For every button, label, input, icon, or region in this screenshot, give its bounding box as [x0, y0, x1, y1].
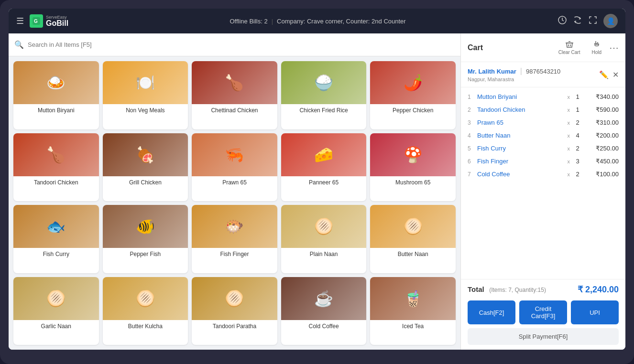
food-item-card[interactable]: 🫓Butter Naan — [370, 205, 456, 273]
cart-item-name[interactable]: Fish Finger — [477, 158, 565, 165]
food-item-name: Fish Finger — [192, 248, 277, 260]
food-item-card[interactable]: 🧀Panneer 65 — [281, 133, 367, 202]
header-center-info: Offline Bills: 2 | Company: Crave corner… — [84, 18, 552, 25]
food-item-image: 🫓 — [103, 277, 188, 320]
cart-item-row: 3 Prawn 65 x 2 ₹310.00 — [461, 116, 625, 129]
laptop-frame: ☰ G ServeEasy GoBill Offline Bills: 2 | … — [0, 0, 634, 364]
food-item-card[interactable]: 🍛Mutton Biryani — [13, 61, 99, 129]
clear-cart-button[interactable]: Clear Cart — [555, 38, 584, 57]
customer-info: Mr. Lalith Kumar | 9876543210 Nagpur, Ma… — [461, 62, 625, 87]
food-item-image: 🍛 — [13, 61, 99, 104]
cart-item-price: ₹590.00 — [585, 106, 619, 113]
cart-item-name[interactable]: Fish Curry — [477, 145, 565, 152]
cart-item-name[interactable]: Prawn 65 — [477, 119, 565, 126]
customer-info-left: Mr. Lalith Kumar | 9876543210 Nagpur, Ma… — [468, 67, 595, 82]
cart-item-row: 5 Fish Curry x 2 ₹250.00 — [461, 142, 625, 155]
cart-item-price: ₹310.00 — [585, 119, 619, 126]
search-icon: 🔍 — [14, 40, 24, 49]
food-item-image: 🧀 — [281, 133, 367, 176]
cart-item-x: x — [568, 133, 570, 139]
food-item-image: 🐡 — [192, 205, 277, 248]
food-item-name: Tandoori Paratha — [192, 320, 277, 332]
refresh-icon-button[interactable] — [573, 15, 582, 27]
hold-button[interactable]: Hold — [588, 38, 605, 57]
food-item-card[interactable]: 🐟Fish Curry — [13, 205, 99, 273]
food-item-card[interactable]: 🍗Tandoori Chicken — [13, 133, 99, 202]
food-item-image: 🌶️ — [370, 61, 456, 104]
card-payment-button[interactable]: Credit Card[F3] — [519, 300, 567, 324]
food-item-name: Iced Tea — [370, 320, 456, 332]
food-item-image: 🍖 — [103, 133, 188, 176]
food-item-name: Pepper Chicken — [370, 104, 456, 117]
food-item-card[interactable]: 🌶️Pepper Chicken — [370, 61, 456, 129]
cart-header: Cart Clear Cart — [461, 33, 625, 62]
food-item-image: 🍗 — [192, 61, 277, 104]
cart-item-x: x — [568, 94, 570, 100]
customer-name: Mr. Lalith Kumar — [468, 68, 516, 75]
cart-item-x: x — [568, 120, 570, 126]
cart-item-qty: 1 — [573, 93, 582, 100]
fullscreen-icon-button[interactable] — [588, 15, 598, 27]
food-item-card[interactable]: 🐠Pepper Fish — [103, 205, 188, 273]
cart-item-price: ₹450.00 — [585, 158, 619, 165]
search-input[interactable] — [28, 41, 455, 48]
total-items-info: (Items: 7, Quantity:15) — [489, 287, 546, 293]
cart-panel: Cart Clear Cart — [460, 33, 625, 350]
food-item-card[interactable]: 🍽️Non Veg Meals — [103, 61, 188, 129]
logo-text: ServeEasy GoBill — [46, 15, 68, 27]
food-item-name: Panneer 65 — [281, 176, 367, 189]
food-item-card[interactable]: 🧋Iced Tea — [370, 277, 456, 345]
cart-item-qty: 2 — [573, 119, 582, 126]
food-item-card[interactable]: 🫓Garlic Naan — [13, 277, 99, 345]
cart-item-name[interactable]: Cold Coffee — [477, 171, 565, 178]
food-item-image: 🍗 — [13, 133, 99, 176]
cart-item-x: x — [568, 107, 570, 113]
cart-item-price: ₹100.00 — [585, 171, 619, 178]
svg-text:G: G — [34, 19, 38, 24]
cart-item-x: x — [568, 159, 570, 164]
food-item-card[interactable]: 🍄Mushroom 65 — [370, 133, 456, 202]
food-item-name: Garlic Naan — [13, 320, 99, 332]
upi-payment-button[interactable]: UPI — [571, 300, 619, 324]
cart-item-name[interactable]: Mutton Briyani — [477, 93, 565, 100]
food-item-image: 🍽️ — [103, 61, 188, 104]
food-item-name: Prawn 65 — [192, 176, 277, 189]
cart-item-name[interactable]: Tandoori Chicken — [477, 106, 565, 113]
remove-customer-icon[interactable]: ✕ — [612, 70, 619, 79]
food-item-name: Chettinad Chicken — [192, 104, 277, 117]
food-item-card[interactable]: 🫓Tandoori Paratha — [192, 277, 277, 345]
cart-item-qty: 2 — [573, 145, 582, 152]
cart-item-name[interactable]: Butter Naan — [477, 132, 565, 139]
food-item-card[interactable]: 🍗Chettinad Chicken — [192, 61, 277, 129]
cart-item-qty: 3 — [573, 158, 582, 165]
total-amount: ₹ 2,240.00 — [578, 284, 619, 295]
food-item-name: Mutton Biryani — [13, 104, 99, 117]
hamburger-menu-button[interactable]: ☰ — [16, 16, 24, 26]
cart-item-number: 2 — [468, 107, 474, 113]
food-item-card[interactable]: ☕Cold Coffee — [281, 277, 367, 345]
food-item-image: 🦐 — [192, 133, 277, 176]
cart-total-row: Total (Items: 7, Quantity:15) ₹ 2,240.00 — [468, 284, 619, 295]
more-options-button[interactable]: ⋯ — [609, 42, 619, 54]
food-item-image: 🫓 — [13, 277, 99, 320]
clear-cart-label: Clear Cart — [558, 50, 580, 55]
food-item-card[interactable]: 🍚Chicken Fried Rice — [281, 61, 367, 129]
food-item-card[interactable]: 🍖Grill Chicken — [103, 133, 188, 202]
left-panel: 🔍 🍛Mutton Biryani🍽️Non Veg Meals🍗Chettin… — [9, 33, 460, 350]
split-payment-button[interactable]: Split Payment[F6] — [468, 328, 619, 345]
food-item-card[interactable]: 🦐Prawn 65 — [192, 133, 277, 202]
cart-item-number: 5 — [468, 145, 474, 152]
cart-item-qty: 4 — [573, 132, 582, 139]
cart-footer: Total (Items: 7, Quantity:15) ₹ 2,240.00… — [461, 279, 625, 350]
company-counter-label: Company: Crave corner, Counter: 2nd Coun… — [277, 18, 406, 25]
food-item-card[interactable]: 🐡Fish Finger — [192, 205, 277, 273]
clock-icon-button[interactable] — [557, 15, 567, 27]
food-item-image: 🐟 — [13, 205, 99, 248]
food-item-card[interactable]: 🫓Plain Naan — [281, 205, 367, 273]
user-avatar[interactable]: 👤 — [603, 14, 618, 28]
cart-item-row: 7 Cold Coffee x 2 ₹100.00 — [461, 168, 625, 181]
cash-payment-button[interactable]: Cash[F2] — [468, 300, 515, 324]
cart-item-x: x — [568, 171, 570, 177]
food-item-card[interactable]: 🫓Butter Kulcha — [103, 277, 188, 345]
edit-customer-icon[interactable]: ✏️ — [599, 70, 609, 79]
